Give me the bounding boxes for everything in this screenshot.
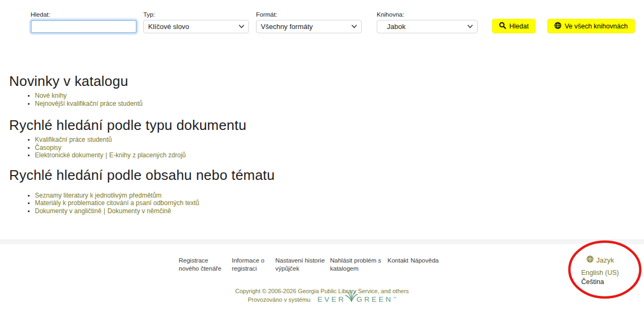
section-title-by-doc-type: Rychlé hledání podle typu dokumentu bbox=[9, 117, 644, 133]
news-link-list: Nové knihy Nejnovější kvalifikační práce… bbox=[9, 92, 644, 107]
language-option-czech[interactable]: Čeština bbox=[581, 278, 622, 286]
list-item: Nové knihy bbox=[35, 92, 644, 100]
section-title-by-topic: Rychlé hledání podle obsahu nebo tématu bbox=[9, 167, 644, 183]
search-query-field-group: Hledat: bbox=[31, 11, 137, 33]
link-citation-materials[interactable]: Materiály k problematice citování a psan… bbox=[35, 199, 199, 207]
link-journals[interactable]: Časopisy bbox=[35, 144, 61, 151]
powered-by: Provozováno v systému EVER GREEN ™ bbox=[0, 295, 644, 303]
list-item: Seznamy literatury k jednotlivým předmět… bbox=[35, 192, 644, 200]
evergreen-logo-trademark: ™ bbox=[393, 296, 396, 300]
copyright-text: Copyright © 2006-2026 Georgia Public Lib… bbox=[0, 288, 644, 294]
evergreen-logo-text-left: EVER bbox=[318, 295, 346, 303]
search-button[interactable]: Hledat bbox=[492, 19, 536, 33]
powered-by-label: Provozováno v systému bbox=[248, 296, 311, 303]
footer-link-contact[interactable]: Kontakt bbox=[387, 257, 408, 265]
search-button-label: Hledat bbox=[509, 23, 529, 30]
search-library-field-group: Knihovna: Jabok bbox=[377, 11, 478, 33]
search-all-libraries-button[interactable]: Ve všech knihovnách bbox=[547, 19, 634, 33]
list-item: Materiály k problematice citování a psan… bbox=[35, 199, 644, 207]
search-format-select[interactable]: Všechny formáty bbox=[256, 20, 362, 33]
link-separator: | bbox=[105, 151, 107, 159]
link-documents-german[interactable]: Dokumenty v němčině bbox=[107, 207, 171, 215]
language-picker: Jazyk English (US) Čeština bbox=[581, 256, 622, 286]
link-separator: | bbox=[104, 207, 105, 215]
globe-icon bbox=[554, 22, 561, 31]
search-bar: Hledat: Typ: Klíčové slovo Formát: Všech… bbox=[0, 11, 644, 33]
list-item: Časopisy bbox=[35, 144, 644, 152]
link-newest-theses[interactable]: Nejnovější kvalifikační práce studentů bbox=[35, 100, 143, 107]
doc-type-link-list: Kvalifikační práce studentů Časopisy Ele… bbox=[9, 136, 644, 159]
footer-divider bbox=[0, 239, 644, 244]
footer-link-help[interactable]: Nápověda bbox=[411, 257, 438, 265]
search-input[interactable] bbox=[31, 20, 137, 33]
search-library-label: Knihovna: bbox=[377, 11, 478, 18]
search-format-label: Formát: bbox=[256, 11, 362, 18]
link-documents-english[interactable]: Dokumenty v angličtině bbox=[35, 207, 101, 215]
link-student-theses[interactable]: Kvalifikační práce studentů bbox=[35, 136, 112, 143]
search-query-label: Hledat: bbox=[31, 11, 137, 18]
search-type-label: Typ: bbox=[143, 11, 249, 18]
search-type-select[interactable]: Klíčové slovo bbox=[143, 20, 249, 33]
link-paid-ebooks[interactable]: E-knihy z placených zdrojů bbox=[109, 151, 186, 159]
footer-link-registration-info[interactable]: Informace o registraci bbox=[232, 257, 274, 272]
link-new-books[interactable]: Nové knihy bbox=[35, 92, 67, 99]
search-library-select[interactable]: Jabok bbox=[377, 20, 478, 33]
footer-link-checkout-history[interactable]: Nastavení historie výpůjček bbox=[275, 257, 327, 272]
globe-icon bbox=[587, 256, 594, 264]
search-icon bbox=[499, 22, 506, 31]
link-electronic-documents[interactable]: Elektronické dokumenty bbox=[35, 151, 103, 159]
footer-link-report-problem[interactable]: Nahlásit problém s katalogem bbox=[330, 257, 382, 272]
link-reading-lists[interactable]: Seznamy literatury k jednotlivým předmět… bbox=[35, 192, 162, 199]
list-item: Kvalifikační práce studentů bbox=[35, 136, 644, 144]
search-format-field-group: Formát: Všechny formáty bbox=[256, 11, 362, 33]
language-menu-toggle[interactable]: Jazyk bbox=[587, 256, 622, 264]
topic-link-list: Seznamy literatury k jednotlivým předmět… bbox=[9, 192, 644, 215]
evergreen-logo-text-right: GREEN bbox=[356, 295, 393, 303]
evergreen-logo: EVER GREEN ™ bbox=[318, 295, 397, 303]
list-item: Nejnovější kvalifikační práce studentů bbox=[35, 100, 644, 108]
list-item: Dokumenty v angličtině|Dokumenty v němči… bbox=[35, 207, 644, 215]
section-title-news: Novinky v katalogu bbox=[9, 73, 644, 89]
footer-link-registration[interactable]: Registrace nového čtenáře bbox=[179, 257, 228, 272]
list-item: Elektronické dokumenty|E-knihy z placený… bbox=[35, 151, 644, 159]
language-option-english[interactable]: English (US) bbox=[581, 269, 622, 277]
language-label: Jazyk bbox=[596, 256, 614, 264]
all-libraries-button-label: Ve všech knihovnách bbox=[565, 23, 627, 30]
search-type-field-group: Typ: Klíčové slovo bbox=[143, 11, 249, 33]
